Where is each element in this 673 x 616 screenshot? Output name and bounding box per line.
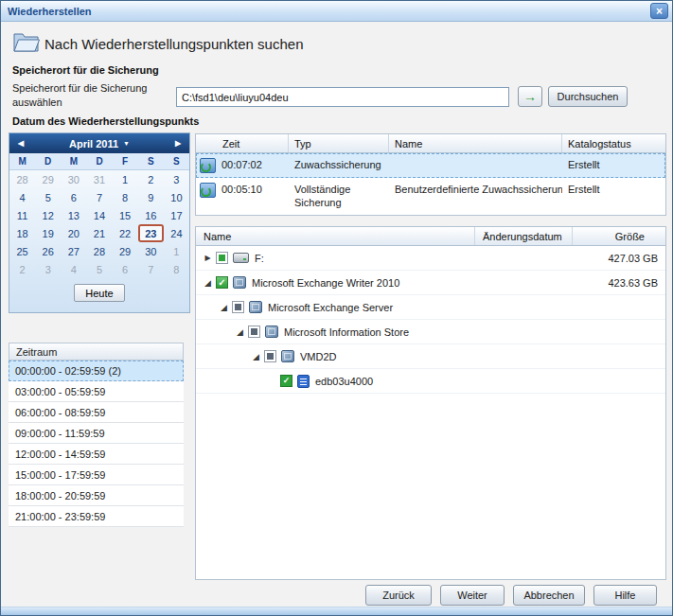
- calendar-day[interactable]: 5: [86, 260, 112, 278]
- recovery-column-header[interactable]: Name: [389, 134, 562, 152]
- calendar-day[interactable]: 22: [113, 224, 138, 242]
- calendar-weekday: D: [35, 153, 61, 169]
- tree-expander-icon[interactable]: [202, 278, 214, 288]
- calendar-day[interactable]: 17: [164, 206, 189, 224]
- calendar-day[interactable]: 21: [86, 224, 112, 242]
- calendar-day[interactable]: 9: [138, 188, 164, 206]
- calendar-day[interactable]: 28: [86, 242, 112, 260]
- recovery-column-header[interactable]: Typ: [289, 134, 389, 152]
- recovery-type-cell: Zuwachssicherung: [289, 156, 389, 173]
- recovery-body: 00:07:02ZuwachssicherungErstellt00:05:10…: [196, 153, 665, 215]
- recovery-time-cell: 00:05:10: [196, 181, 289, 200]
- recovery-points-table: ZeitTypNameKatalogstatus 00:07:02Zuwachs…: [195, 133, 666, 216]
- tree-column-header[interactable]: Name: [196, 227, 475, 245]
- calendar-day[interactable]: 6: [61, 188, 86, 206]
- tree-checkbox[interactable]: [216, 276, 228, 289]
- timerange-item[interactable]: 03:00:00 - 05:59:59: [9, 381, 184, 402]
- next-button[interactable]: Weiter: [440, 585, 505, 606]
- tree-row[interactable]: Microsoft Exchange Server: [196, 295, 665, 320]
- recovery-point-row[interactable]: 00:07:02ZuwachssicherungErstellt: [196, 153, 665, 178]
- calendar-next-icon[interactable]: ▶: [168, 133, 187, 153]
- tree-expander-icon[interactable]: [234, 327, 246, 337]
- backup-location-label: Speicherort für die Sicherung auswählen: [12, 81, 173, 111]
- tree-column-header[interactable]: Größe: [573, 227, 665, 245]
- timerange-item[interactable]: 00:00:00 - 02:59:59 (2): [9, 361, 184, 381]
- calendar-day[interactable]: 26: [35, 242, 61, 260]
- calendar-weekday: F: [113, 153, 138, 169]
- calendar-day[interactable]: 24: [164, 224, 189, 242]
- calendar-day[interactable]: 20: [61, 224, 86, 242]
- calendar-day[interactable]: 29: [113, 242, 138, 260]
- calendar-day[interactable]: 28: [9, 170, 35, 188]
- calendar-day[interactable]: 12: [35, 206, 61, 224]
- calendar-day[interactable]: 1: [164, 242, 189, 260]
- tree-checkbox[interactable]: [280, 375, 292, 387]
- calendar-day[interactable]: 1: [113, 170, 138, 188]
- tree-column-header[interactable]: Änderungsdatum: [475, 227, 573, 245]
- today-button[interactable]: Heute: [74, 284, 125, 302]
- calendar-footer: Heute: [9, 278, 189, 302]
- month-dropdown-icon[interactable]: ▼: [123, 140, 130, 147]
- calendar-day[interactable]: 6: [113, 260, 138, 278]
- calendar-day[interactable]: 2: [138, 170, 164, 188]
- calendar-prev-icon[interactable]: ◀: [11, 133, 30, 153]
- calendar-day[interactable]: 8: [164, 260, 189, 278]
- calendar-day[interactable]: 2: [9, 260, 35, 278]
- calendar-day[interactable]: 23: [138, 224, 164, 242]
- calendar-day[interactable]: 7: [138, 260, 164, 278]
- timerange-item[interactable]: 21:00:00 - 23:59:59: [9, 506, 184, 527]
- calendar-day[interactable]: 11: [9, 206, 35, 224]
- go-button[interactable]: →: [518, 86, 542, 107]
- calendar-day[interactable]: 4: [9, 188, 35, 206]
- calendar-day[interactable]: 31: [86, 170, 112, 188]
- tree-checkbox[interactable]: [216, 252, 228, 264]
- timerange-item[interactable]: 09:00:00 - 11:59:59: [9, 423, 184, 444]
- browse-button[interactable]: Durchsuchen: [548, 86, 628, 107]
- calendar-day[interactable]: 10: [164, 188, 189, 206]
- calendar-day[interactable]: 14: [86, 206, 112, 224]
- recovery-column-header[interactable]: Zeit: [196, 134, 289, 152]
- calendar-day[interactable]: 7: [86, 188, 112, 206]
- calendar-month-label[interactable]: April 2011: [69, 138, 118, 150]
- calendar-day[interactable]: 16: [138, 206, 164, 224]
- calendar-day[interactable]: 13: [61, 206, 86, 224]
- calendar-day[interactable]: 5: [35, 188, 61, 206]
- calendar-day[interactable]: 3: [164, 170, 189, 188]
- timerange-item[interactable]: 12:00:00 - 14:59:59: [9, 444, 184, 465]
- calendar-day[interactable]: 25: [9, 242, 35, 260]
- tree-checkbox[interactable]: [264, 350, 276, 362]
- tree-checkbox[interactable]: [232, 301, 244, 313]
- calendar-day[interactable]: 27: [61, 242, 86, 260]
- calendar-day[interactable]: 29: [35, 170, 61, 188]
- tree-checkbox[interactable]: [248, 326, 260, 338]
- recovery-column-header[interactable]: Katalogstatus: [562, 134, 665, 152]
- close-icon[interactable]: ×: [650, 3, 668, 19]
- calendar-day[interactable]: 30: [138, 242, 164, 260]
- cancel-button[interactable]: Abbrechen: [513, 585, 585, 606]
- tree-row[interactable]: edb03u4000: [196, 369, 665, 394]
- calendar-day[interactable]: 18: [9, 224, 35, 242]
- calendar-day[interactable]: 30: [61, 170, 86, 188]
- help-button[interactable]: Hilfe: [593, 585, 657, 606]
- back-button[interactable]: Zurück: [365, 585, 432, 606]
- recovery-point-row[interactable]: 00:05:10Vollständige SicherungBenutzerde…: [196, 178, 665, 215]
- timerange-item[interactable]: 06:00:00 - 08:59:59: [9, 402, 184, 423]
- restore-dialog: Wiederherstellen × Nach Wiederherstellun…: [0, 0, 673, 616]
- calendar-day[interactable]: 19: [35, 224, 61, 242]
- timerange-item[interactable]: 18:00:00 - 20:59:59: [9, 485, 184, 506]
- tree-expander-icon[interactable]: [250, 352, 262, 361]
- folder-icon: [12, 30, 41, 55]
- calendar-day[interactable]: 8: [113, 188, 138, 206]
- calendar-day[interactable]: 3: [35, 260, 61, 278]
- tree-row[interactable]: VMD2D: [196, 344, 665, 369]
- tree-row[interactable]: F:427.03 GB: [196, 246, 665, 271]
- backup-location-input[interactable]: [176, 87, 509, 107]
- calendar-day[interactable]: 15: [113, 206, 138, 224]
- calendar-grid: 2829303112345678910111213141516171819202…: [9, 170, 189, 278]
- tree-row[interactable]: Microsoft Exchange Writer 2010423.63 GB: [196, 271, 665, 295]
- tree-expander-icon[interactable]: [218, 303, 230, 312]
- calendar-day[interactable]: 4: [61, 260, 86, 278]
- tree-row[interactable]: Microsoft Information Store: [196, 320, 665, 344]
- timerange-item[interactable]: 15:00:00 - 17:59:59: [9, 465, 184, 485]
- tree-expander-icon[interactable]: [202, 254, 214, 262]
